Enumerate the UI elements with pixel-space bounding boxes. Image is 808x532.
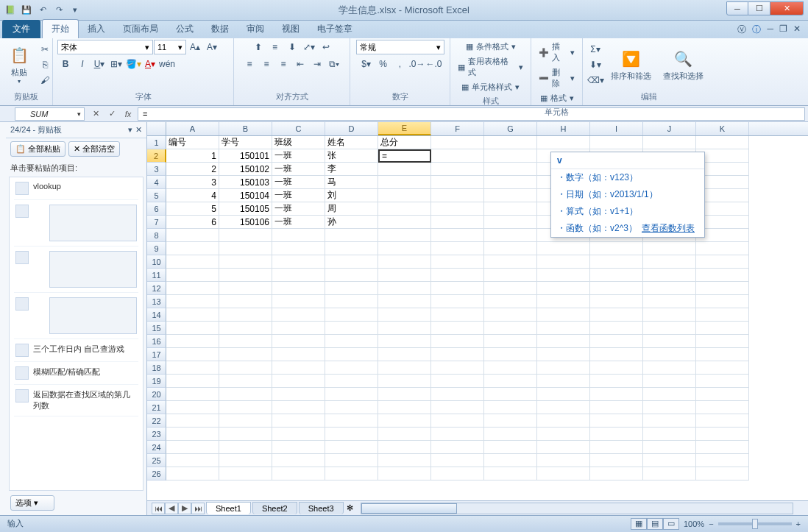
cell[interactable]	[431, 229, 484, 242]
align-top-icon[interactable]: ⬆	[250, 40, 266, 54]
clip-item[interactable]: 模糊匹配/精确匹配	[14, 362, 138, 385]
cell[interactable]: =	[378, 149, 431, 163]
cell[interactable]	[431, 428, 484, 441]
cell[interactable]	[166, 335, 219, 348]
sheet-tab[interactable]: Sheet2	[252, 502, 297, 514]
save-icon[interactable]: 💾	[19, 3, 34, 18]
cell[interactable]: 学号	[219, 136, 272, 149]
row-header[interactable]: 13	[147, 295, 166, 308]
cell[interactable]	[272, 282, 325, 295]
cell[interactable]	[537, 136, 590, 149]
cell[interactable]	[484, 269, 537, 282]
cell[interactable]	[166, 322, 219, 335]
cell[interactable]	[325, 295, 378, 308]
cell[interactable]	[272, 335, 325, 348]
find-select-button[interactable]: 🔍查找和选择	[659, 47, 708, 83]
cell[interactable]	[325, 269, 378, 282]
cell[interactable]	[696, 269, 749, 282]
cell[interactable]	[484, 441, 537, 454]
cell[interactable]	[484, 335, 537, 348]
cell[interactable]	[484, 322, 537, 335]
cell[interactable]	[537, 335, 590, 348]
cell[interactable]	[537, 441, 590, 454]
cell[interactable]: 5	[166, 202, 219, 216]
cell[interactable]	[643, 388, 696, 401]
cell[interactable]	[696, 308, 749, 322]
cell[interactable]	[325, 467, 378, 480]
cell[interactable]	[696, 388, 749, 401]
cell[interactable]	[325, 335, 378, 348]
cell[interactable]	[537, 295, 590, 308]
cell[interactable]	[696, 335, 749, 348]
cell[interactable]	[325, 322, 378, 335]
cell[interactable]	[696, 322, 749, 335]
cell[interactable]	[272, 441, 325, 454]
row-header[interactable]: 25	[147, 454, 166, 467]
cell[interactable]	[272, 348, 325, 361]
cell[interactable]	[484, 136, 537, 149]
cell[interactable]: 张	[325, 149, 378, 163]
cell[interactable]	[643, 348, 696, 361]
cell[interactable]	[378, 282, 431, 295]
cell[interactable]: 3	[166, 176, 219, 189]
table-format-button[interactable]: ▦套用表格格式▾	[455, 54, 526, 79]
cell[interactable]	[590, 414, 643, 428]
cell[interactable]	[537, 467, 590, 480]
cell[interactable]	[696, 282, 749, 295]
cell[interactable]	[272, 308, 325, 322]
clipboard-items[interactable]: vlookup 三个工作日内 自己查游戏 模糊匹配/精确匹配 返回数据在查找区域…	[9, 177, 143, 491]
cell[interactable]	[643, 136, 696, 149]
cell[interactable]	[484, 375, 537, 388]
tab-review[interactable]: 审阅	[238, 20, 273, 38]
cell[interactable]	[643, 242, 696, 255]
clip-item[interactable]: 返回数据在查找区域的第几列数	[14, 385, 138, 416]
cell[interactable]	[166, 348, 219, 361]
orientation-icon[interactable]: ⤢▾	[301, 40, 317, 54]
cell[interactable]: 一班	[272, 163, 325, 176]
clip-item[interactable]	[14, 293, 138, 339]
cell[interactable]	[219, 322, 272, 335]
fill-color-icon[interactable]: 🪣▾	[125, 57, 141, 71]
cell[interactable]	[378, 322, 431, 335]
column-header[interactable]: I	[590, 122, 643, 135]
cell[interactable]	[484, 255, 537, 269]
row-header[interactable]: 9	[147, 242, 166, 255]
cell[interactable]	[431, 348, 484, 361]
cell[interactable]	[643, 467, 696, 480]
cell[interactable]	[378, 189, 431, 202]
cond-format-button[interactable]: ▦条件格式▾	[463, 40, 519, 54]
cell[interactable]	[484, 163, 537, 176]
cell[interactable]	[643, 282, 696, 295]
cell[interactable]: 150104	[219, 189, 272, 202]
cell[interactable]	[431, 414, 484, 428]
cell[interactable]	[643, 295, 696, 308]
cell[interactable]	[696, 375, 749, 388]
column-header[interactable]: J	[643, 122, 696, 135]
align-left-icon[interactable]: ≡	[241, 57, 258, 71]
cell[interactable]	[166, 428, 219, 441]
cell[interactable]	[590, 322, 643, 335]
row-header[interactable]: 21	[147, 401, 166, 414]
row-header[interactable]: 22	[147, 414, 166, 428]
cell[interactable]	[325, 441, 378, 454]
cell[interactable]	[696, 414, 749, 428]
cell[interactable]	[643, 401, 696, 414]
cell[interactable]	[590, 454, 643, 467]
cell[interactable]	[219, 242, 272, 255]
cell[interactable]	[590, 467, 643, 480]
cell[interactable]	[590, 375, 643, 388]
cell-style-button[interactable]: ▦单元格样式▾	[458, 80, 522, 94]
cell[interactable]	[537, 282, 590, 295]
cell[interactable]	[643, 428, 696, 441]
cell[interactable]	[272, 361, 325, 375]
cell[interactable]	[378, 454, 431, 467]
cell[interactable]	[590, 348, 643, 361]
sheet-prev-icon[interactable]: ◀	[165, 503, 178, 514]
enter-formula-icon[interactable]: ✓	[105, 107, 118, 121]
zoom-level[interactable]: 100%	[684, 519, 704, 528]
cell[interactable]	[484, 282, 537, 295]
column-header[interactable]: A	[166, 122, 219, 135]
cell[interactable]	[643, 454, 696, 467]
column-header[interactable]: F	[431, 122, 484, 135]
clear-icon[interactable]: ⌫▾	[587, 73, 603, 88]
